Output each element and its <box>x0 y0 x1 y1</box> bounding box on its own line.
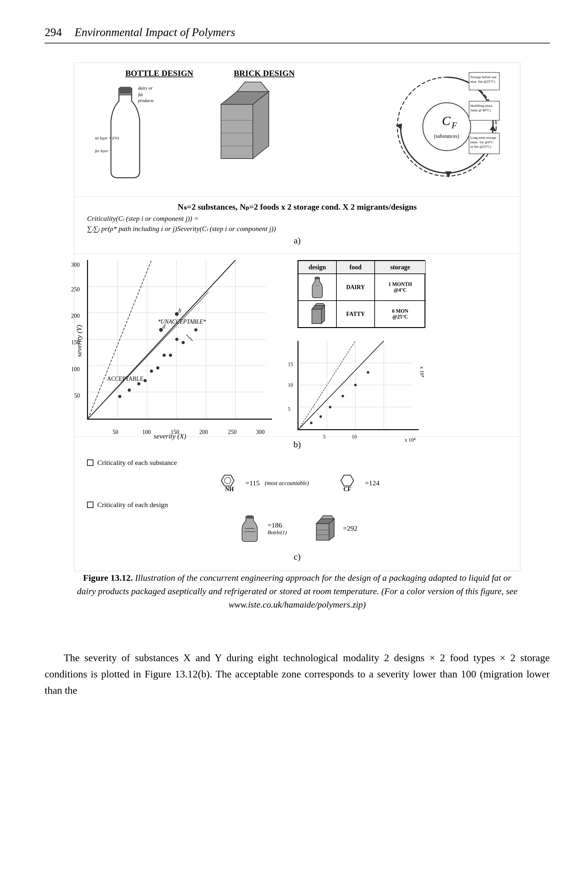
svg-marker-82 <box>221 475 234 486</box>
left-chart-container: b d *UNACCEPTABLE* ACCEPTABLE severity (… <box>87 260 272 426</box>
svg-text:tie layer = EVA: tie layer = EVA <box>95 136 119 140</box>
figure-caption: Figure 13.12. Illustration of the concur… <box>74 571 520 612</box>
svg-rect-62 <box>315 276 319 279</box>
xtick-200: 200 <box>199 429 208 436</box>
top-diagram-row: BOTTLE DESIGN BRICK DESIGN tie layer = E… <box>74 63 520 197</box>
carton-icon-svg <box>309 303 325 325</box>
svg-point-53 <box>182 341 184 344</box>
mini-x5: 5 <box>323 434 326 440</box>
design-carton-icon <box>298 301 336 328</box>
design-bottle-svg <box>237 514 262 543</box>
svg-marker-64 <box>312 309 321 323</box>
design-item-1: =186 Bottle(1) <box>237 514 286 543</box>
svg-marker-16 <box>396 123 402 130</box>
brick-sketch-svg <box>208 79 285 174</box>
page-number: 294 <box>45 26 62 39</box>
checkbox-substance <box>87 460 93 466</box>
checkbox-design <box>87 502 93 508</box>
arrow-diagram-svg: C F (substances) Storage before use max.… <box>393 69 501 184</box>
svg-marker-90 <box>316 524 329 540</box>
molecule-cf-svg: CF <box>334 472 360 494</box>
formula-sum: ∑ᵢ∑ⱼ pr(ρ* path including i or j)Severit… <box>87 225 507 233</box>
substance-1-value: =115 <box>246 479 260 487</box>
xtick-150: 150 <box>171 429 179 436</box>
storage-1month: 1 MONTH@4°C <box>375 274 426 301</box>
design-1-info: =186 Bottle(1) <box>267 521 286 536</box>
legend-section: Criticality of each substance NH =115 (m… <box>74 452 520 571</box>
page: 294 Environmental Impact of Polymers BOT… <box>0 0 588 882</box>
header-line: 294 Environmental Impact of Polymers <box>45 26 550 44</box>
design-item-2: =292 <box>312 514 357 543</box>
xtick-50: 50 <box>112 429 118 436</box>
body-text: The severity of substances X and Y durin… <box>45 650 550 699</box>
right-area: design food storage DAIRY 1 MONT <box>272 260 507 430</box>
substance-1-note: (most accountable) <box>265 480 309 487</box>
svg-rect-1 <box>120 87 131 94</box>
table-header-design: design <box>298 261 336 274</box>
header-title: Environmental Impact of Polymers <box>75 26 236 39</box>
svg-marker-93 <box>321 516 334 519</box>
svg-point-48 <box>163 353 166 357</box>
legend-design: Criticality of each design <box>87 501 507 509</box>
ytick-100: 100 <box>71 366 80 373</box>
label-c: c) <box>87 549 507 565</box>
storage-6month: 6 MON@25°C <box>375 301 426 328</box>
svg-point-52 <box>169 353 172 357</box>
formula-line1: Criticality(Cᵢ (step i or component j)) … <box>87 215 507 223</box>
substance-item-1: NH =115 (most accountable) <box>215 472 309 494</box>
mini-xscale: x 10⁴ <box>405 437 416 443</box>
svg-marker-9 <box>237 82 269 92</box>
svg-text:5min @ 80°C): 5min @ 80°C) <box>470 108 491 112</box>
svg-text:or 6m @25°C): or 6m @25°C) <box>470 144 491 149</box>
x-axis-label: severity (X) <box>154 432 186 440</box>
figure-caption-text: Illustration of the concurrent engineeri… <box>77 573 517 610</box>
bottle-design-label: BOTTLE DESIGN <box>125 69 193 78</box>
svg-line-43 <box>88 291 208 419</box>
ytick-300: 300 <box>71 261 80 268</box>
table-header-food: food <box>336 261 375 274</box>
mini-x10: 10 <box>352 434 357 440</box>
svg-point-79 <box>342 395 344 397</box>
svg-point-77 <box>320 415 322 418</box>
svg-text:(max. 1m @4°C: (max. 1m @4°C <box>470 140 493 144</box>
svg-point-54 <box>194 328 197 332</box>
svg-rect-87 <box>246 515 253 518</box>
svg-text:F: F <box>451 120 457 130</box>
mini-chart <box>297 341 418 430</box>
svg-point-46 <box>137 382 140 385</box>
svg-point-47 <box>150 370 153 373</box>
substance-row: NH =115 (most accountable) CF =124 <box>87 472 507 494</box>
svg-text:ACCEPTABLE: ACCEPTABLE <box>107 376 144 382</box>
xtick-100: 100 <box>142 429 151 436</box>
mini-chart-container: x 10⁴ x 10⁴ 5 10 5 10 15 <box>297 341 418 430</box>
svg-point-49 <box>176 338 178 341</box>
molecule-nh-svg: NH <box>215 472 240 494</box>
formula-title: Nₛ=2 substances, Nₚ=2 foods x 2 storage … <box>87 202 507 212</box>
formula-section: Nₛ=2 substances, Nₚ=2 foods x 2 storage … <box>74 197 520 254</box>
figure-diagram: BOTTLE DESIGN BRICK DESIGN tie layer = E… <box>74 63 520 571</box>
mini-y5: 5 <box>288 406 291 412</box>
circle-diagram: C F (substances) Storage before use max.… <box>393 69 501 184</box>
svg-point-78 <box>329 406 332 409</box>
bottle-icon-svg <box>309 276 325 298</box>
svg-text:max. 6m @25°C): max. 6m @25°C) <box>470 80 495 84</box>
design-carton-svg <box>312 514 338 543</box>
food-fatty: FATTY <box>336 301 375 328</box>
svg-text:C: C <box>442 114 451 128</box>
ytick-200: 200 <box>71 313 80 319</box>
svg-point-81 <box>367 371 369 374</box>
mini-chart-label: x 10⁴ <box>419 366 425 377</box>
legend-substance-label: Criticality of each substance <box>97 458 177 467</box>
svg-text:Long-term storage: Long-term storage <box>470 135 496 140</box>
table-header-storage: storage <box>375 261 426 274</box>
substance-item-2: CF =124 <box>334 472 380 494</box>
mini-chart-svg <box>298 341 418 429</box>
svg-marker-85 <box>341 475 354 486</box>
svg-point-45 <box>128 389 131 392</box>
svg-point-83 <box>225 477 231 484</box>
svg-marker-6 <box>221 104 253 159</box>
substance-2-value: =124 <box>365 479 380 487</box>
svg-point-80 <box>354 384 357 386</box>
svg-text:CF: CF <box>344 486 351 492</box>
figure-container: BOTTLE DESIGN BRICK DESIGN tie layer = E… <box>45 63 550 631</box>
